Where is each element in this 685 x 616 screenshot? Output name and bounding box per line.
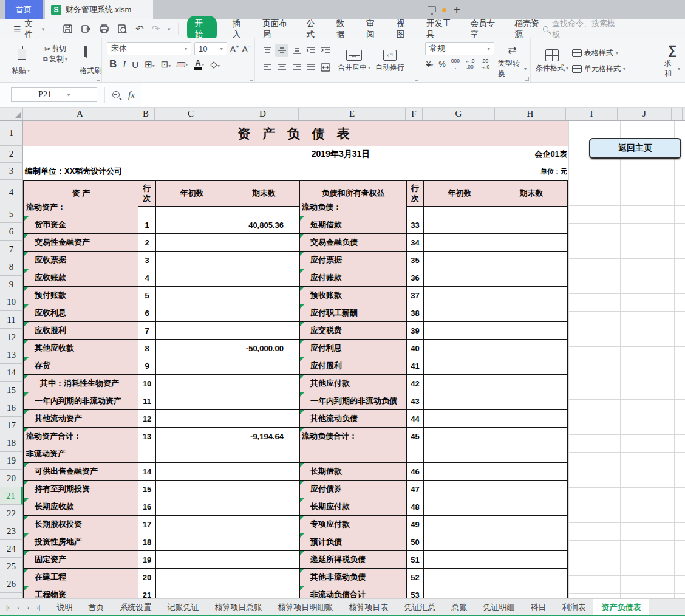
- row-header-26[interactable]: 26: [0, 575, 23, 593]
- menu-item-页面布局[interactable]: 页面布局: [262, 18, 291, 40]
- row-header-17[interactable]: 17: [0, 417, 23, 434]
- menu-item-开发工具[interactable]: 开发工具: [426, 18, 455, 40]
- cell-asset-begin[interactable]: [156, 516, 228, 533]
- align-bottom-button[interactable]: [290, 44, 303, 57]
- align-right-button[interactable]: [290, 61, 303, 74]
- cell-liability-begin[interactable]: [424, 463, 496, 481]
- cell-asset-end[interactable]: [228, 498, 300, 516]
- cell-asset-label[interactable]: 其他流动资产: [24, 410, 138, 428]
- cell-liability-end[interactable]: [496, 322, 567, 340]
- menu-item-插入[interactable]: 插入: [233, 18, 247, 40]
- cell-asset-label[interactable]: 投资性房地产: [24, 533, 138, 551]
- cell-asset-begin[interactable]: [156, 252, 228, 269]
- hamburger-icon[interactable]: ☰: [13, 24, 21, 34]
- sheet-tab-核算项目总账[interactable]: 核算项目总账: [206, 599, 270, 616]
- cut-button[interactable]: ✂剪切: [36, 44, 74, 54]
- cell-asset-begin[interactable]: [156, 287, 228, 304]
- cell-asset-line-no[interactable]: 11: [138, 392, 156, 410]
- column-header-E[interactable]: E: [299, 108, 406, 120]
- row-header-1[interactable]: 1: [0, 121, 23, 146]
- paste-label[interactable]: 粘贴▾: [5, 63, 36, 78]
- cell-liability-begin[interactable]: [424, 445, 496, 463]
- row-header-6[interactable]: 6: [0, 223, 23, 241]
- row-header-23[interactable]: 23: [0, 522, 23, 540]
- sheet-title-cell[interactable]: 资 产 负 债 表: [23, 121, 568, 146]
- cell-liability-begin[interactable]: [424, 269, 496, 287]
- dialog-launcher-icon[interactable]: [525, 77, 529, 81]
- spreadsheet-grid[interactable]: 资 产 负 债 表 2019年3月31日 会企01表 编制单位：XX稻壳设计公司…: [0, 121, 685, 598]
- form-number-cell[interactable]: 会企01表: [447, 146, 567, 163]
- cell-asset-end[interactable]: [228, 375, 300, 392]
- column-header-H[interactable]: H: [495, 108, 566, 120]
- row-header-2[interactable]: 2: [0, 146, 23, 163]
- sum-button[interactable]: ∑: [668, 43, 677, 57]
- cell-asset-line-no[interactable]: 17: [138, 516, 156, 533]
- cell-liability-label[interactable]: 其他非流动负债: [300, 569, 407, 586]
- align-center-button[interactable]: [275, 61, 288, 74]
- formula-input[interactable]: [141, 83, 685, 107]
- cell-liability-label[interactable]: 交易金融负债: [300, 234, 407, 252]
- insert-function-button[interactable]: fx: [128, 90, 135, 100]
- cell-liability-line-no[interactable]: 44: [407, 410, 424, 428]
- cell-liability-line-no[interactable]: 35: [407, 252, 424, 269]
- cell-liability-begin[interactable]: [424, 392, 496, 410]
- cell-asset-end[interactable]: [228, 586, 300, 598]
- sheet-tab-凭证明细[interactable]: 凭证明细: [475, 599, 522, 616]
- bold-button[interactable]: B: [109, 58, 117, 70]
- cell-liability-begin[interactable]: [424, 322, 496, 340]
- command-search[interactable]: 查找命令、搜索模板: [543, 18, 617, 40]
- cell-liability-end[interactable]: [496, 269, 567, 287]
- cell-liability-line-no[interactable]: 40: [407, 340, 424, 357]
- sheet-tab-说明[interactable]: 说明: [49, 599, 80, 616]
- cell-liability-end[interactable]: [496, 340, 567, 357]
- align-top-button[interactable]: [261, 44, 274, 57]
- row-header-12[interactable]: 12: [0, 329, 23, 346]
- row-header-14[interactable]: 14: [0, 364, 23, 382]
- cell-asset-end[interactable]: [228, 304, 300, 322]
- cell-asset-begin[interactable]: [156, 340, 228, 357]
- cell-asset-end[interactable]: [228, 445, 300, 463]
- prepared-by-cell[interactable]: 编制单位：XX稻壳设计公司: [25, 163, 122, 180]
- align-left-button[interactable]: [261, 61, 274, 74]
- cell-asset-end[interactable]: [228, 551, 300, 569]
- cell-asset-end[interactable]: [228, 269, 300, 287]
- cell-asset-line-no[interactable]: 9: [138, 357, 156, 375]
- cell-liability-end[interactable]: [496, 569, 567, 586]
- cell-asset-begin[interactable]: [156, 216, 228, 234]
- cell-liability-end[interactable]: [496, 392, 567, 410]
- cell-liability-line-no[interactable]: 52: [407, 569, 424, 586]
- row-header-3[interactable]: 3: [0, 163, 23, 180]
- cell-liability-label[interactable]: 预计负债: [300, 533, 407, 551]
- cell-asset-begin[interactable]: [156, 463, 228, 481]
- prev-sheet-button[interactable]: ‹: [18, 604, 20, 611]
- cell-asset-begin[interactable]: [156, 481, 228, 498]
- cell-liability-begin[interactable]: [424, 428, 496, 445]
- cell-liability-begin[interactable]: [424, 357, 496, 375]
- cell-liability-begin[interactable]: [424, 516, 496, 533]
- cell-asset-line-no[interactable]: 4: [138, 269, 156, 287]
- dialog-launcher-icon[interactable]: [415, 77, 418, 81]
- cell-asset-line-no[interactable]: 3: [138, 252, 156, 269]
- dialog-launcher-icon[interactable]: [250, 77, 253, 81]
- decrease-font-button[interactable]: A−: [242, 44, 251, 54]
- cell-asset-begin[interactable]: [156, 199, 228, 216]
- cell-liability-label[interactable]: 应付债券: [300, 481, 407, 498]
- column-header-F[interactable]: F: [406, 108, 423, 120]
- cell-liability-label[interactable]: 应交税费: [300, 322, 407, 340]
- row-header-15[interactable]: 15: [0, 382, 23, 399]
- align-middle-button[interactable]: [275, 44, 288, 57]
- cell-liability-begin[interactable]: [424, 533, 496, 551]
- increase-indent-button[interactable]: [319, 44, 332, 57]
- cell-liability-begin[interactable]: [424, 287, 496, 304]
- cell-asset-label[interactable]: 持有至到期投资: [24, 481, 138, 498]
- cell-liability-line-no[interactable]: [407, 445, 424, 463]
- cell-liability-end[interactable]: [496, 375, 567, 392]
- sheet-tab-利润表[interactable]: 利润表: [554, 599, 593, 616]
- cell-liability-label[interactable]: 流动负债合计：: [300, 428, 407, 445]
- cell-asset-line-no[interactable]: 10: [138, 375, 156, 392]
- row-header-20[interactable]: 20: [0, 470, 23, 487]
- cell-liability-line-no[interactable]: 36: [407, 269, 424, 287]
- cell-liability-line-no[interactable]: 37: [407, 287, 424, 304]
- cell-liability-label[interactable]: 应付票据: [300, 252, 407, 269]
- cell-liability-label[interactable]: 流动负债：: [300, 199, 407, 216]
